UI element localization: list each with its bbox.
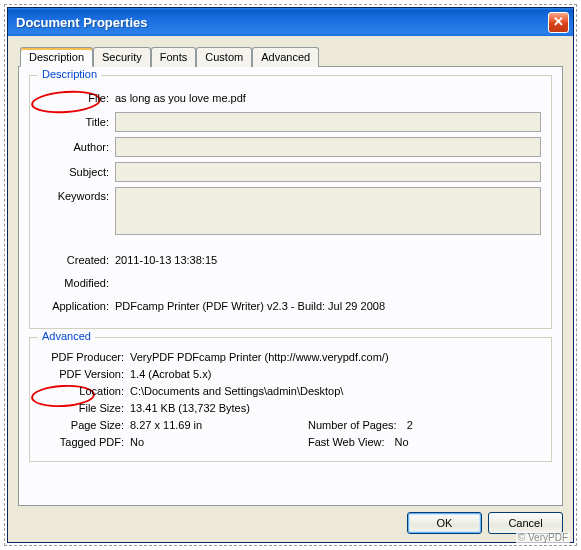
author-field[interactable] <box>115 137 541 157</box>
dialog-buttons: OK Cancel <box>18 506 563 534</box>
document-properties-window: Document Properties ✕ Description Securi… <box>7 7 574 543</box>
label-created: Created: <box>40 254 115 266</box>
cancel-button[interactable]: Cancel <box>488 512 563 534</box>
titlebar[interactable]: Document Properties ✕ <box>8 8 573 36</box>
label-fastweb: Fast Web View: <box>308 436 391 448</box>
tab-advanced[interactable]: Advanced <box>252 47 319 67</box>
label-subject: Subject: <box>40 166 115 178</box>
watermark-text: © VeryPDF <box>516 532 570 543</box>
groupbox-title-description: Description <box>38 68 101 80</box>
tab-fonts[interactable]: Fonts <box>151 47 197 67</box>
value-numpages: 2 <box>403 419 423 431</box>
label-tagged: Tagged PDF: <box>40 436 130 448</box>
value-application: PDFcamp Printer (PDF Writer) v2.3 - Buil… <box>115 300 541 312</box>
label-title: Title: <box>40 116 115 128</box>
label-file: File: <box>40 92 115 104</box>
label-keywords: Keywords: <box>40 187 115 202</box>
ok-button[interactable]: OK <box>407 512 482 534</box>
value-created: 2011-10-13 13:38:15 <box>115 254 541 266</box>
value-fastweb: No <box>391 436 411 448</box>
label-location: Location: <box>40 385 130 397</box>
value-tagged: No <box>130 436 308 448</box>
value-producer: VeryPDF PDFcamp Printer (http://www.very… <box>130 351 541 363</box>
groupbox-title-advanced: Advanced <box>38 330 95 342</box>
keywords-field[interactable] <box>115 187 541 235</box>
value-file: as long as you love me.pdf <box>115 92 541 104</box>
label-version: PDF Version: <box>40 368 130 380</box>
value-pagesize: 8.27 x 11.69 in <box>130 419 308 431</box>
subject-field[interactable] <box>115 162 541 182</box>
groupbox-description: Description File: as long as you love me… <box>29 75 552 329</box>
label-author: Author: <box>40 141 115 153</box>
tab-custom[interactable]: Custom <box>196 47 252 67</box>
tab-panel-description: Description File: as long as you love me… <box>18 66 563 506</box>
value-version: 1.4 (Acrobat 5.x) <box>130 368 541 380</box>
tabstrip: Description Security Fonts Custom Advanc… <box>20 46 563 66</box>
value-location: C:\Documents and Settings\admin\Desktop\ <box>130 385 541 397</box>
label-pagesize: Page Size: <box>40 419 130 431</box>
label-numpages: Number of Pages: <box>308 419 403 431</box>
label-producer: PDF Producer: <box>40 351 130 363</box>
label-filesize: File Size: <box>40 402 130 414</box>
client-area: Description Security Fonts Custom Advanc… <box>8 36 573 542</box>
window-title: Document Properties <box>16 15 147 30</box>
title-field[interactable] <box>115 112 541 132</box>
groupbox-advanced: Advanced PDF Producer: VeryPDF PDFcamp P… <box>29 337 552 462</box>
label-modified: Modified: <box>40 277 115 289</box>
label-application: Application: <box>40 300 115 312</box>
tab-security[interactable]: Security <box>93 47 151 67</box>
tab-description[interactable]: Description <box>20 47 93 67</box>
close-icon[interactable]: ✕ <box>548 12 569 33</box>
value-filesize: 13.41 KB (13,732 Bytes) <box>130 402 541 414</box>
